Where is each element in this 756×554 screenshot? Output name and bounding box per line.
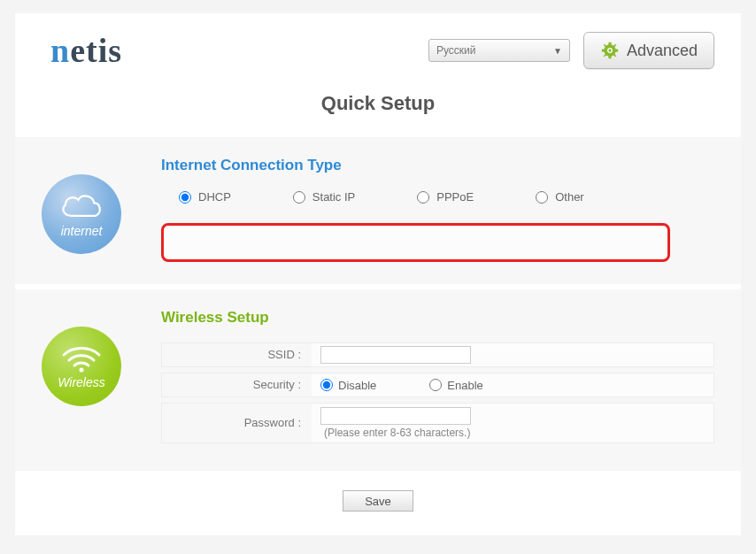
- security-row: Security : Disable Enable: [161, 373, 714, 397]
- radio-security-disable-label: Disable: [338, 379, 376, 392]
- internet-body: Internet Connection Type DHCP Static IP …: [161, 157, 714, 262]
- wifi-icon: [60, 343, 103, 373]
- internet-badge-label: internet: [61, 224, 103, 238]
- security-label: Security :: [161, 373, 312, 397]
- radio-static-ip-label: Static IP: [312, 190, 355, 204]
- ssid-row: SSID :: [161, 342, 714, 367]
- ssid-label: SSID :: [161, 342, 312, 367]
- header: netis Русский ▼ Advanced: [15, 13, 741, 83]
- radio-pppoe-input[interactable]: [417, 191, 429, 204]
- wireless-badge-label: Wireless: [58, 375, 105, 389]
- radio-pppoe[interactable]: PPPoE: [417, 190, 474, 204]
- radio-static-ip-input[interactable]: [293, 191, 305, 204]
- password-label: Password :: [161, 403, 312, 443]
- radio-dhcp[interactable]: DHCP: [179, 190, 231, 204]
- language-select[interactable]: Русский ▼: [428, 39, 570, 62]
- advanced-button[interactable]: Advanced: [583, 32, 714, 69]
- ssid-cell: [312, 342, 714, 367]
- chevron-down-icon: ▼: [553, 46, 562, 56]
- radio-security-disable[interactable]: Disable: [320, 379, 376, 392]
- page: netis Русский ▼ Advanced Quick Setup: [15, 13, 741, 535]
- language-selected-value: Русский: [436, 44, 476, 57]
- wireless-section-title: Wireless Setup: [161, 309, 714, 327]
- radio-security-disable-input[interactable]: [320, 379, 333, 391]
- internet-section-title: Internet Connection Type: [161, 157, 714, 174]
- radio-other[interactable]: Other: [536, 190, 584, 204]
- radio-pppoe-label: PPPoE: [436, 190, 474, 204]
- radio-dhcp-label: DHCP: [198, 190, 231, 204]
- radio-static-ip[interactable]: Static IP: [293, 190, 355, 204]
- radio-dhcp-input[interactable]: [179, 191, 191, 204]
- password-input[interactable]: [320, 407, 471, 425]
- cloud-icon: [58, 190, 105, 222]
- password-cell: (Please enter 8-63 characters.): [312, 403, 714, 443]
- advanced-label: Advanced: [627, 42, 698, 60]
- radio-security-enable-input[interactable]: [429, 379, 442, 391]
- internet-badge-col: internet: [42, 157, 139, 262]
- security-cell: Disable Enable: [312, 373, 714, 397]
- logo: netis: [50, 31, 122, 70]
- wireless-section: Wireless Wireless Setup SSID : Security …: [15, 289, 741, 471]
- internet-section: internet Internet Connection Type DHCP S…: [15, 137, 741, 284]
- radio-other-input[interactable]: [536, 191, 548, 204]
- svg-point-3: [80, 368, 84, 373]
- gear-icon: [600, 41, 620, 60]
- password-hint: (Please enter 8-63 characters.): [320, 427, 470, 439]
- highlight-annotation: [161, 223, 670, 262]
- radio-other-label: Other: [555, 190, 584, 204]
- header-controls: Русский ▼ Advanced: [428, 32, 714, 69]
- save-row: Save: [15, 471, 741, 531]
- save-button[interactable]: Save: [343, 490, 413, 512]
- svg-point-2: [608, 49, 611, 51]
- connection-type-radios: DHCP Static IP PPPoE Other: [161, 190, 714, 204]
- wireless-body: Wireless Setup SSID : Security : Disable: [161, 309, 714, 449]
- internet-badge: internet: [42, 174, 121, 254]
- wireless-badge: Wireless: [42, 327, 121, 406]
- page-title: Quick Setup: [15, 83, 741, 137]
- wireless-badge-col: Wireless: [42, 309, 139, 449]
- ssid-input[interactable]: [320, 346, 471, 364]
- password-row: Password : (Please enter 8-63 characters…: [161, 403, 714, 443]
- radio-security-enable[interactable]: Enable: [429, 379, 482, 392]
- radio-security-enable-label: Enable: [447, 379, 482, 392]
